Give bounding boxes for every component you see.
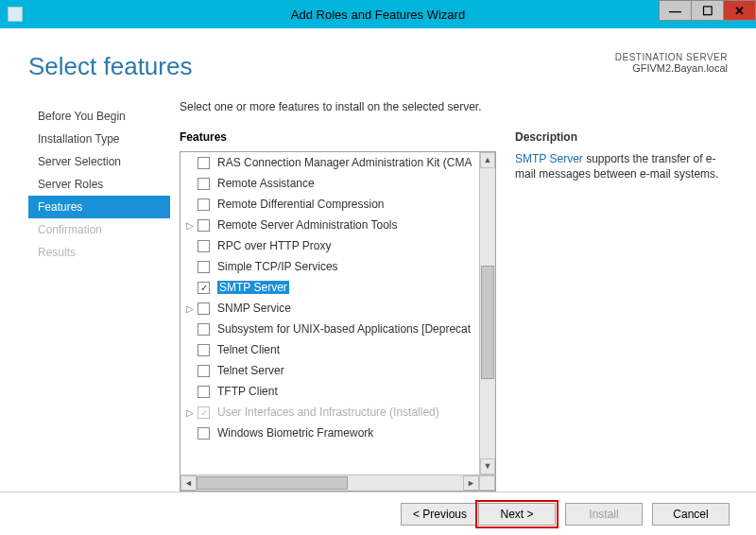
close-button[interactable]: ✕ [723,0,756,21]
feature-label: User Interfaces and Infrastructure (Inst… [217,406,439,419]
feature-label: Remote Differential Compression [217,198,385,211]
next-button[interactable]: Next > [478,503,556,526]
titlebar: Add Roles and Features Wizard — ☐ ✕ [0,0,756,28]
feature-label: Simple TCP/IP Services [217,260,338,273]
feature-checkbox[interactable] [198,198,210,211]
feature-row[interactable]: Telnet Server [180,360,479,381]
feature-checkbox[interactable] [198,427,210,440]
feature-row[interactable]: TFTP Client [180,381,479,402]
description-text: SMTP Server supports the transfer of e-m… [515,151,728,181]
expander-icon[interactable]: ▷ [186,220,198,231]
scroll-right-arrow[interactable]: ► [463,475,479,491]
feature-label: Telnet Server [217,364,284,377]
cancel-button[interactable]: Cancel [652,503,730,526]
instruction-text: Select one or more features to install o… [180,100,728,113]
description-link[interactable]: SMTP Server [515,152,583,165]
feature-checkbox[interactable] [198,386,210,398]
vertical-scrollbar[interactable]: ▲ ▼ [479,152,495,475]
feature-checkbox[interactable] [198,240,210,252]
feature-row[interactable]: RPC over HTTP Proxy [180,235,479,256]
feature-checkbox[interactable] [198,261,210,273]
feature-label: Windows Biometric Framework [217,426,373,440]
sidebar: Before You BeginInstallation TypeServer … [28,100,180,492]
feature-row[interactable]: Windows Biometric Framework [180,423,479,443]
feature-row[interactable]: Simple TCP/IP Services [180,256,479,277]
feature-label: Subsystem for UNIX-based Applications [D… [217,322,471,336]
feature-label: SMTP Server [217,281,289,294]
sidebar-item-confirmation: Confirmation [28,218,170,241]
scroll-down-arrow[interactable]: ▼ [480,458,495,475]
sidebar-item-server-selection[interactable]: Server Selection [28,150,170,173]
maximize-button[interactable]: ☐ [691,0,724,21]
app-icon [8,7,23,22]
feature-checkbox: ✓ [198,406,210,419]
page-title: Select features [28,52,192,81]
minimize-button[interactable]: — [659,0,692,21]
scroll-corner [479,475,495,491]
feature-checkbox[interactable] [198,157,210,169]
feature-row[interactable]: ▷Remote Server Administration Tools [180,215,479,235]
horizontal-scrollbar[interactable]: ◄ ► [180,475,495,491]
expander-icon[interactable]: ▷ [186,407,198,418]
feature-row[interactable]: Remote Assistance [180,173,479,194]
scroll-thumb[interactable] [481,266,494,379]
feature-label: SNMP Service [217,302,291,315]
destination-label: DESTINATION SERVER [615,52,728,62]
feature-checkbox[interactable]: ✓ [198,282,210,294]
feature-label: TFTP Client [217,385,278,398]
destination-server: DESTINATION SERVER GFIVM2.Bayan.local [615,52,728,74]
feature-checkbox[interactable] [198,344,210,356]
feature-label: Remote Server Administration Tools [217,218,398,232]
feature-label: Telnet Client [217,343,280,356]
feature-label: RPC over HTTP Proxy [217,239,331,252]
window-title: Add Roles and Features Wizard [291,8,465,22]
features-list[interactable]: RAS Connection Manager Administration Ki… [180,152,479,475]
sidebar-item-before-you-begin[interactable]: Before You Begin [28,105,170,128]
scroll-thumb-h[interactable] [197,476,348,490]
feature-label: Remote Assistance [217,177,315,190]
previous-button[interactable]: < Previous [401,503,478,526]
feature-row[interactable]: ▷SNMP Service [180,298,479,319]
feature-row[interactable]: RAS Connection Manager Administration Ki… [180,152,479,173]
features-listbox: RAS Connection Manager Administration Ki… [180,151,496,492]
feature-checkbox[interactable] [198,365,210,377]
feature-checkbox[interactable] [198,178,210,190]
feature-row[interactable]: Subsystem for UNIX-based Applications [D… [180,319,479,339]
description-heading: Description [515,130,728,144]
install-button: Install [565,503,643,526]
feature-row[interactable]: ✓SMTP Server [180,277,479,298]
sidebar-item-results: Results [28,241,170,264]
scroll-left-arrow[interactable]: ◄ [180,475,197,491]
feature-checkbox[interactable] [198,219,210,232]
feature-row[interactable]: Remote Differential Compression [180,194,479,215]
feature-row[interactable]: Telnet Client [180,339,479,360]
footer: < Previous Next > Install Cancel [0,492,756,535]
expander-icon[interactable]: ▷ [186,303,198,314]
features-heading: Features [180,130,496,144]
destination-host: GFIVM2.Bayan.local [615,62,728,74]
scroll-up-arrow[interactable]: ▲ [480,152,495,168]
feature-row[interactable]: ▷✓User Interfaces and Infrastructure (In… [180,402,479,423]
sidebar-item-installation-type[interactable]: Installation Type [28,128,170,150]
feature-checkbox[interactable] [198,323,210,336]
feature-label: RAS Connection Manager Administration Ki… [217,156,472,169]
sidebar-item-server-roles[interactable]: Server Roles [28,173,170,196]
sidebar-item-features[interactable]: Features [28,196,170,218]
window-controls: — ☐ ✕ [660,0,756,21]
feature-checkbox[interactable] [198,302,210,315]
